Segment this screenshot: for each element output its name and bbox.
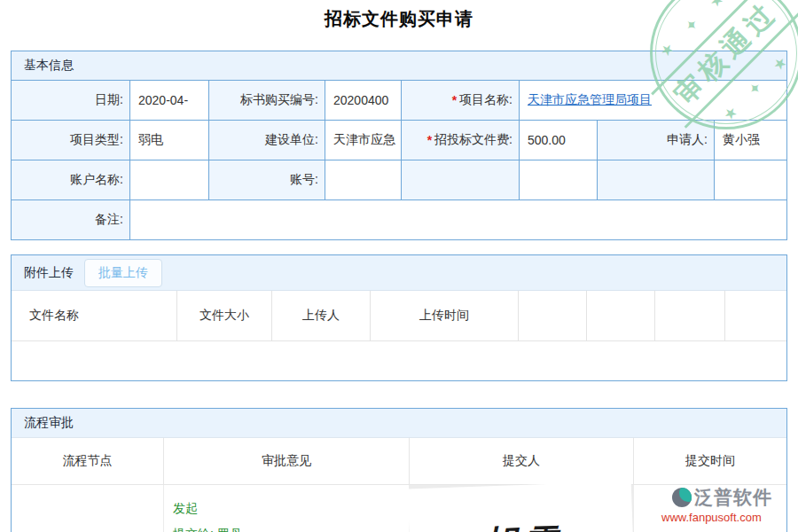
col-empty: [519, 291, 586, 340]
col-empty: [655, 291, 724, 340]
approval-row: 申请人 发起 提交给: 罗丹 胡雪 2019-12-26 17:39: [12, 485, 786, 532]
submitter-signature: 胡雪: [408, 481, 635, 532]
col-file-name: 文件名称: [12, 291, 176, 340]
bid-no-value: 20200400: [325, 81, 401, 120]
approval-header: 流程审批: [12, 409, 786, 438]
project-name-link[interactable]: 天津市应急管理局项目: [528, 92, 652, 108]
applicant-value: 黄小强: [715, 121, 786, 160]
approval-title: 流程审批: [24, 415, 74, 431]
account-no-value: [325, 160, 401, 200]
page-title: 招标文件购买申请: [0, 7, 798, 31]
col-uploader: 上传人: [272, 291, 370, 340]
opinion-cell: 发起 提交给: 罗丹: [164, 485, 409, 532]
approval-table-header: 流程节点 审批意见 提交人 提交时间: [12, 438, 786, 485]
date-value: 2020-04-: [130, 81, 208, 120]
account-no-label: 账号:: [209, 160, 325, 200]
empty-value-cell: [520, 160, 597, 200]
opinion-line2: 提交给: 罗丹: [173, 521, 409, 532]
account-name-value: [130, 160, 208, 200]
required-marker: *: [427, 133, 432, 147]
project-name-label: * 项目名称:: [402, 81, 519, 120]
col-flow-node: 流程节点: [12, 438, 163, 484]
empty-value-cell: [715, 160, 786, 200]
basic-info-title: 基本信息: [24, 58, 74, 74]
basic-info-section: 基本信息 日期: 2020-04- 标书购买编号: 20200400 * 项目名…: [11, 51, 787, 240]
date-label: 日期:: [12, 81, 129, 120]
col-submitter: 提交人: [410, 438, 633, 484]
applicant-label: 申请人:: [598, 121, 714, 160]
account-name-label: 账户名称:: [12, 160, 129, 200]
empty-label-cell: [402, 160, 519, 200]
vendor-url: www.fanpusoft.com: [661, 511, 796, 524]
col-approval-opinion: 审批意见: [164, 438, 409, 484]
attachments-empty-area: [12, 341, 786, 380]
opinion-line1: 发起: [173, 496, 409, 521]
build-unit-label: 建设单位:: [209, 121, 325, 160]
basic-info-header: 基本信息: [12, 51, 786, 81]
vendor-name: 泛普软件: [694, 485, 772, 510]
doc-fee-label: * 招投标文件费:: [402, 121, 519, 160]
attachments-table-header: 文件名称 文件大小 上传人 上传时间: [12, 291, 786, 341]
col-submit-time: 提交时间: [634, 438, 786, 484]
batch-upload-button[interactable]: 批量上传: [84, 259, 162, 287]
doc-fee-value: 500.00: [520, 121, 597, 160]
attachments-header: 附件上传 批量上传: [12, 255, 786, 291]
col-file-size: 文件大小: [177, 291, 271, 340]
project-type-value: 弱电: [130, 121, 208, 160]
required-marker: *: [452, 93, 457, 107]
bid-no-label: 标书购买编号:: [209, 81, 325, 120]
vendor-watermark: 泛普软件 www.fanpusoft.com: [672, 485, 796, 524]
col-upload-time: 上传时间: [371, 291, 518, 340]
flow-node-cell: 申请人: [12, 485, 163, 532]
remark-value: [130, 200, 786, 239]
empty-label-cell: [598, 160, 714, 200]
basic-info-table: 日期: 2020-04- 标书购买编号: 20200400 * 项目名称: 天津…: [12, 81, 786, 239]
build-unit-value: 天津市应急: [325, 121, 401, 160]
vendor-logo-icon: [672, 488, 692, 507]
remark-label: 备注:: [12, 200, 129, 239]
col-empty: [725, 291, 786, 340]
vendor-brand: 泛普软件: [672, 485, 796, 510]
col-empty: [587, 291, 654, 340]
project-type-label: 项目类型:: [12, 121, 129, 160]
project-name-value: 天津市应急管理局项目: [520, 81, 786, 120]
attachments-section: 附件上传 批量上传 文件名称 文件大小 上传人 上传时间: [11, 254, 787, 381]
attachments-title: 附件上传: [24, 265, 74, 281]
